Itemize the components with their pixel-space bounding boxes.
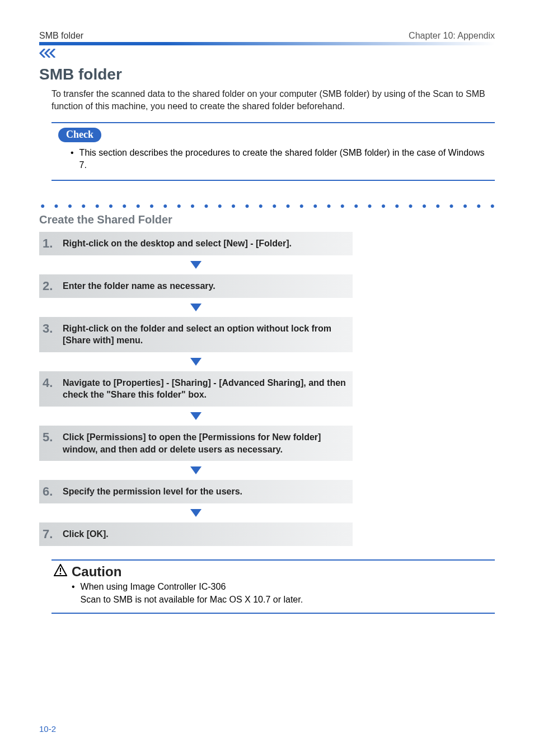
caution-callout: Caution • When using Image Controller IC…	[51, 559, 495, 614]
bullet-icon: •	[72, 581, 75, 606]
step-number: 3.	[43, 321, 58, 335]
header-section-name: SMB folder	[39, 31, 83, 41]
step-item: 7. Click [OK].	[39, 522, 353, 546]
header-rule	[39, 42, 495, 45]
step-item: 5. Click [Permissions] to open the [Perm…	[39, 426, 353, 461]
step-text: Navigate to [Properties] - [Sharing] - […	[63, 376, 347, 401]
step-text: Right-click on the desktop and select [N…	[63, 236, 292, 250]
step-text: Specify the permission level for the use…	[63, 484, 242, 498]
page-number: 10-2	[39, 724, 495, 734]
svg-point-8	[60, 573, 62, 575]
svg-marker-5	[190, 509, 202, 517]
svg-marker-4	[190, 466, 202, 474]
down-arrow-icon	[39, 300, 353, 315]
back-arrows-icon[interactable]	[39, 49, 495, 58]
step-number: 2.	[43, 279, 58, 292]
step-text: Click [OK].	[63, 527, 109, 540]
section-title: SMB folder	[39, 66, 495, 83]
header-chapter: Chapter 10: Appendix	[409, 31, 495, 41]
bullet-icon: •	[71, 147, 74, 172]
subsection-title: Create the Shared Folder	[39, 213, 495, 226]
step-item: 3. Right-click on the folder and select …	[39, 317, 353, 352]
check-callout: Check • This section describes the proce…	[51, 122, 495, 181]
dotted-divider: ● ● ● ● ● ● ● ● ● ● ● ● ● ● ● ● ● ● ● ● …	[39, 201, 495, 210]
step-number: 4.	[43, 376, 58, 389]
step-number: 1.	[43, 236, 58, 250]
step-text: Click [Permissions] to open the [Permiss…	[63, 430, 347, 455]
caution-label: Caution	[72, 564, 121, 580]
step-item: 6. Specify the permission level for the …	[39, 480, 353, 503]
caution-text: When using Image Controller IC-306 Scan …	[81, 581, 303, 606]
down-arrow-icon	[39, 408, 353, 424]
step-number: 7.	[43, 527, 58, 540]
step-item: 1. Right-click on the desktop and select…	[39, 232, 353, 255]
down-arrow-icon	[39, 354, 353, 370]
svg-marker-2	[190, 358, 202, 366]
svg-marker-1	[190, 304, 202, 311]
step-text: Right-click on the folder and select an …	[63, 321, 347, 347]
check-label: Check	[58, 128, 101, 142]
section-intro: To transfer the scanned data to the shar…	[51, 88, 495, 113]
step-text: Enter the folder name as necessary.	[63, 279, 216, 292]
check-text: This section describes the procedures to…	[79, 147, 488, 172]
step-number: 5.	[43, 430, 58, 444]
page-header: SMB folder Chapter 10: Appendix	[39, 31, 495, 41]
step-number: 6.	[43, 484, 58, 498]
svg-marker-3	[190, 412, 202, 420]
warning-icon	[54, 564, 67, 580]
step-item: 2. Enter the folder name as necessary.	[39, 274, 353, 298]
steps-list: 1. Right-click on the desktop and select…	[39, 232, 353, 547]
step-item: 4. Navigate to [Properties] - [Sharing] …	[39, 371, 353, 407]
down-arrow-icon	[39, 505, 353, 521]
down-arrow-icon	[39, 463, 353, 478]
svg-marker-0	[190, 261, 202, 269]
down-arrow-icon	[39, 257, 353, 273]
